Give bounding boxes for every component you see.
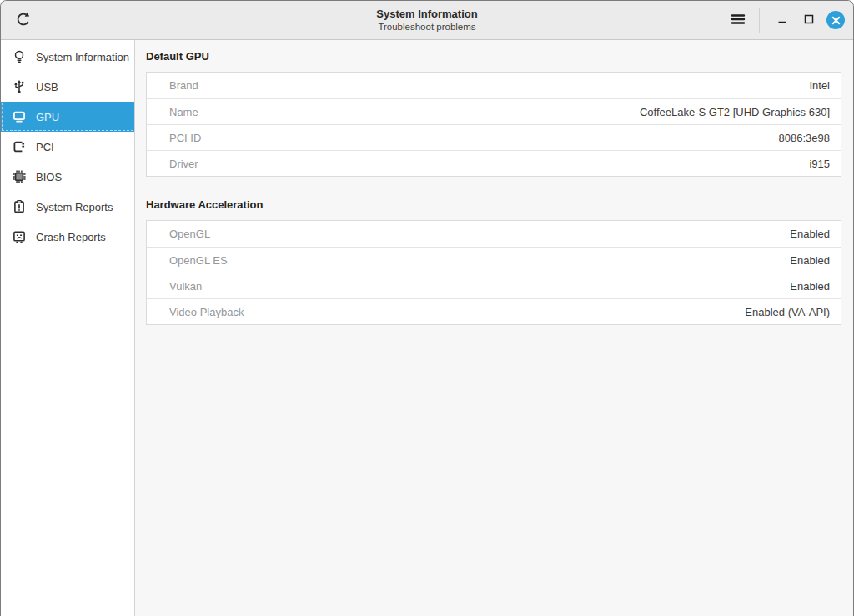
clipboard-alert-icon	[12, 199, 27, 214]
controls-separator	[759, 8, 760, 33]
table-row: OpenGL Enabled	[147, 221, 841, 247]
sidebar-item-crash-reports[interactable]: Crash Reports	[1, 222, 134, 252]
sidebar-item-label: Crash Reports	[36, 231, 106, 243]
sidebar-item-gpu[interactable]: GPU	[1, 102, 134, 132]
close-icon	[826, 11, 845, 29]
sidebar-item-usb[interactable]: USB	[1, 72, 134, 102]
titlebar: System Information Troubleshoot problems	[1, 1, 853, 40]
main-content: Default GPU Brand Intel Name CoffeeLake-…	[135, 40, 853, 616]
minimize-icon	[776, 13, 789, 28]
row-label: OpenGL ES	[169, 254, 228, 267]
table-row: Driver i915	[147, 150, 841, 176]
monitor-icon	[12, 109, 27, 124]
row-value: Enabled (VA-API)	[745, 306, 830, 318]
table-row: Brand Intel	[147, 73, 841, 98]
row-label: PCI ID	[169, 132, 201, 144]
info-table: Brand Intel Name CoffeeLake-S GT2 [UHD G…	[146, 72, 841, 177]
row-value: Enabled	[790, 280, 830, 293]
table-row: Name CoffeeLake-S GT2 [UHD Graphics 630]	[147, 98, 841, 124]
table-row: PCI ID 8086:3e98	[147, 124, 841, 150]
row-value: Intel	[809, 79, 830, 92]
sidebar-item-label: USB	[36, 81, 58, 93]
app-body: System Information USB GPU PCI BIOS Syst…	[1, 40, 853, 616]
refresh-icon	[14, 10, 33, 31]
section-hardware-acceleration: Hardware Acceleration OpenGL Enabled Ope…	[146, 198, 841, 325]
table-row: Vulkan Enabled	[147, 273, 841, 298]
row-label: Brand	[169, 79, 198, 92]
sidebar-item-bios[interactable]: BIOS	[1, 162, 134, 192]
crash-face-icon	[12, 229, 27, 244]
usb-icon	[12, 79, 27, 94]
sidebar: System Information USB GPU PCI BIOS Syst…	[1, 40, 135, 616]
minimize-button[interactable]	[771, 9, 793, 31]
sidebar-item-label: System Reports	[36, 201, 113, 213]
section-heading: Default GPU	[146, 50, 841, 63]
row-label: Video Playback	[169, 306, 244, 318]
table-row: Video Playback Enabled (VA-API)	[147, 298, 841, 324]
lightbulb-icon	[12, 49, 27, 64]
row-value: CoffeeLake-S GT2 [UHD Graphics 630]	[640, 106, 830, 118]
row-label: OpenGL	[169, 228, 210, 240]
system-info-window: System Information Troubleshoot problems	[0, 0, 854, 616]
row-value: 8086:3e98	[779, 132, 830, 144]
title-stack: System Information Troubleshoot problems	[1, 1, 853, 39]
close-button[interactable]	[825, 9, 846, 31]
row-value: Enabled	[790, 254, 830, 267]
info-table: OpenGL Enabled OpenGL ES Enabled Vulkan …	[146, 220, 841, 325]
window-title: System Information	[376, 8, 477, 21]
refresh-button[interactable]	[12, 8, 35, 32]
sidebar-item-system-reports[interactable]: System Reports	[1, 192, 134, 222]
window-controls	[727, 8, 853, 33]
menu-button[interactable]	[727, 9, 749, 31]
row-label: Vulkan	[169, 280, 202, 293]
pci-card-icon	[12, 139, 27, 154]
sidebar-item-system-information[interactable]: System Information	[1, 42, 134, 72]
section-heading: Hardware Acceleration	[146, 198, 841, 212]
sidebar-item-label: BIOS	[36, 171, 62, 183]
maximize-button[interactable]	[798, 9, 820, 31]
row-value: i915	[809, 158, 830, 170]
row-label: Driver	[169, 158, 198, 170]
window-subtitle: Troubleshoot problems	[378, 21, 475, 33]
sidebar-item-label: System Information	[36, 51, 129, 63]
maximize-icon	[802, 13, 816, 28]
sidebar-item-label: PCI	[36, 141, 54, 153]
section-default-gpu: Default GPU Brand Intel Name CoffeeLake-…	[146, 50, 841, 177]
row-value: Enabled	[790, 228, 830, 240]
row-label: Name	[169, 106, 198, 118]
table-row: OpenGL ES Enabled	[147, 247, 841, 273]
hamburger-menu-icon	[730, 11, 746, 30]
sidebar-item-label: GPU	[36, 111, 59, 123]
chip-icon	[12, 169, 27, 184]
sidebar-item-pci[interactable]: PCI	[1, 132, 134, 162]
